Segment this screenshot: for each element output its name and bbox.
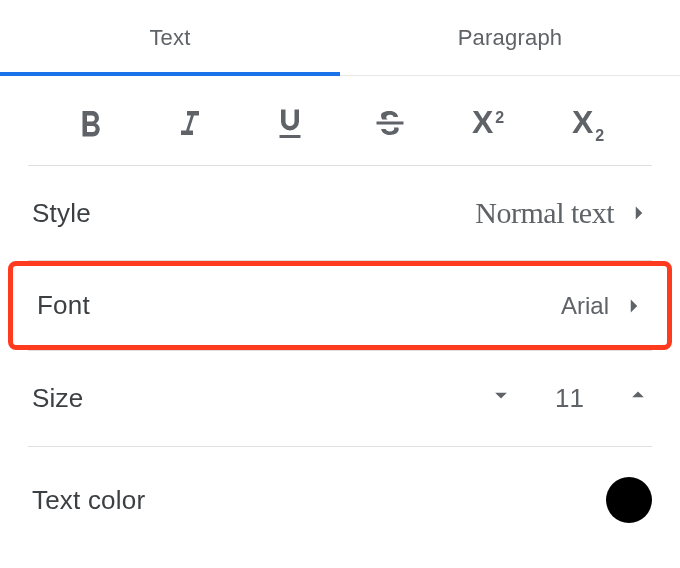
- size-row: Size 11: [28, 351, 652, 446]
- subscript-button[interactable]: X2: [554, 104, 626, 141]
- underline-button[interactable]: [254, 105, 326, 141]
- size-decrease-button[interactable]: [487, 381, 515, 416]
- format-tabs: Text Paragraph: [0, 0, 680, 76]
- chevron-right-icon: [621, 293, 647, 319]
- subscript-icon: X2: [572, 104, 608, 141]
- font-value: Arial: [561, 292, 609, 320]
- italic-icon: [172, 105, 208, 141]
- superscript-button[interactable]: X2: [454, 104, 526, 141]
- size-label: Size: [32, 383, 83, 414]
- style-label: Style: [32, 198, 91, 229]
- text-color-row[interactable]: Text color: [28, 447, 652, 523]
- underline-icon: [272, 105, 308, 141]
- chevron-right-icon: [626, 200, 652, 226]
- text-color-label: Text color: [32, 485, 145, 516]
- style-value: Normal text: [475, 196, 614, 230]
- italic-button[interactable]: [154, 105, 226, 141]
- tab-text[interactable]: Text: [0, 0, 340, 75]
- size-increase-button[interactable]: [624, 381, 652, 416]
- font-label: Font: [37, 290, 90, 321]
- superscript-icon: X2: [472, 104, 508, 141]
- chevron-up-icon: [624, 381, 652, 409]
- text-color-swatch: [606, 477, 652, 523]
- strikethrough-button[interactable]: [354, 105, 426, 141]
- style-row[interactable]: Style Normal text: [28, 166, 652, 260]
- text-format-toolbar: X2 X2: [28, 76, 652, 166]
- size-value: 11: [555, 383, 584, 414]
- bold-icon: [72, 105, 108, 141]
- bold-button[interactable]: [54, 105, 126, 141]
- strikethrough-icon: [372, 105, 408, 141]
- chevron-down-icon: [487, 381, 515, 409]
- tab-paragraph[interactable]: Paragraph: [340, 0, 680, 75]
- font-row[interactable]: Font Arial: [8, 261, 672, 350]
